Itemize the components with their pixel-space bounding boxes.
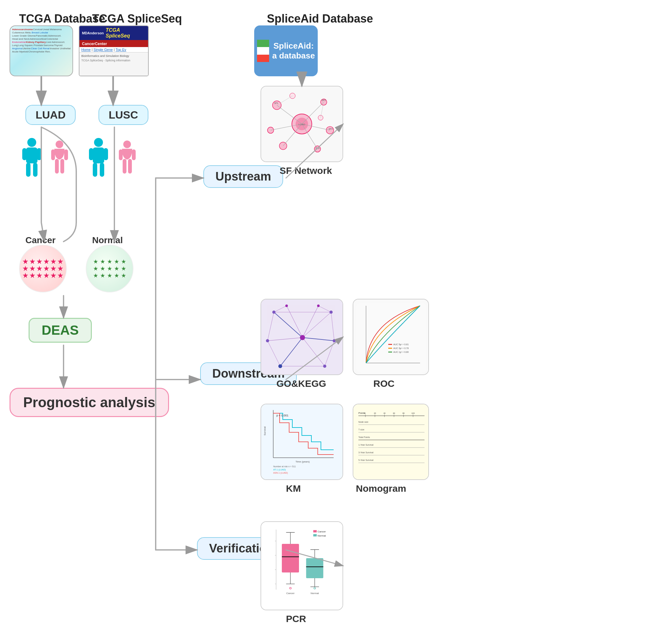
nomogram-label: Nomogram	[356, 483, 406, 494]
svg-rect-4	[26, 163, 31, 177]
svg-rect-83	[388, 351, 392, 352]
svg-text:Cancer: Cancer	[286, 592, 295, 595]
svg-point-30	[267, 127, 274, 133]
svg-point-6	[56, 141, 63, 148]
svg-text:40: 40	[384, 412, 386, 414]
svg-point-11	[94, 138, 103, 147]
svg-rect-13	[89, 148, 93, 160]
svg-text:5-Year Survival: 5-Year Survival	[358, 459, 374, 461]
luad-box: LUAD	[25, 105, 76, 125]
svg-text:Total Points: Total Points	[358, 436, 370, 438]
roc-label: ROC	[373, 378, 395, 389]
svg-text:SF3: SF3	[329, 128, 333, 130]
cancer-label: Cancer	[25, 235, 56, 245]
svg-text:T size: T size	[358, 429, 365, 431]
svg-point-69	[333, 339, 336, 342]
svg-text:AT-1 (LUAD): AT-1 (LUAD)	[273, 469, 286, 471]
tcga-splice-box: MDAnderson TCGA SpliceSeq CancerCenter H…	[79, 25, 149, 76]
go-kegg-box	[261, 299, 343, 375]
luad-male-figure	[19, 137, 44, 178]
svg-text:Survival: Survival	[264, 426, 266, 435]
svg-rect-16	[100, 163, 104, 177]
sf-network-label: SF Network	[280, 165, 332, 176]
prognostic-analysis-box: Prognostic analysis	[10, 388, 169, 417]
svg-rect-129	[282, 544, 299, 572]
svg-text:Number at risk n = 511: Number at risk n = 511	[273, 465, 296, 468]
svg-rect-18	[119, 149, 123, 160]
km-label: KM	[286, 483, 301, 494]
svg-text:SF1: SF1	[274, 102, 278, 104]
svg-rect-121	[267, 527, 336, 601]
svg-rect-81	[388, 348, 392, 349]
svg-text:60: 60	[393, 412, 395, 414]
km-box: p < 0.001 Time (years) Survival Number a…	[261, 404, 343, 480]
svg-point-70	[323, 365, 326, 368]
deas-box: DEAS	[29, 318, 92, 343]
normal-label: Normal	[92, 235, 123, 245]
svg-point-67	[272, 311, 276, 314]
svg-text:SF2: SF2	[322, 99, 326, 102]
spliceaid-text: SpliceAid: a database	[272, 41, 315, 61]
svg-rect-135	[306, 558, 323, 578]
splice-nav-single[interactable]: Single Gene	[93, 48, 113, 52]
svg-point-0	[27, 138, 36, 147]
svg-point-73	[285, 305, 288, 307]
svg-rect-15	[93, 163, 97, 177]
svg-point-68	[330, 311, 333, 314]
svg-text:Time (years): Time (years)	[296, 460, 310, 463]
svg-text:SF4: SF4	[316, 147, 320, 149]
spliceaid-title: SpliceAid Database	[267, 12, 373, 25]
go-kegg-label: GO&KEGG	[276, 378, 326, 389]
svg-point-66	[300, 335, 305, 340]
svg-rect-14	[104, 148, 108, 160]
svg-rect-9	[55, 159, 59, 174]
svg-rect-19	[132, 149, 136, 160]
svg-point-72	[266, 339, 269, 342]
pcr-label: PCR	[286, 614, 306, 624]
upstream-label: Upstream	[203, 165, 283, 188]
svg-text:AUC 1yr = 0.80: AUC 1yr = 0.80	[393, 351, 409, 353]
splice-nav-top[interactable]: Top Ev	[116, 48, 127, 52]
svg-rect-8	[64, 149, 68, 160]
svg-text:LUAD: LUAD	[299, 123, 305, 126]
svg-text:AUC 5yr = 0.81: AUC 5yr = 0.81	[393, 343, 409, 346]
svg-rect-12	[93, 147, 104, 163]
lusc-male-figure	[86, 137, 111, 178]
svg-rect-79	[388, 344, 392, 345]
svg-rect-3	[37, 148, 41, 160]
lusc-female-figure	[117, 140, 137, 175]
luad-female-figure	[49, 140, 70, 175]
svg-text:20: 20	[374, 412, 376, 414]
svg-point-17	[123, 141, 131, 148]
svg-rect-5	[33, 163, 37, 177]
svg-text:100: 100	[411, 412, 415, 414]
svg-text:AUC 3yr = 0.78: AUC 3yr = 0.78	[393, 347, 409, 350]
nomogram-box: Points Node size T size Total Points 1-Y…	[353, 404, 429, 480]
roc-box: AUC 5yr = 0.81 AUC 3yr = 0.78 AUC 1yr = …	[353, 299, 429, 375]
sf-network-box: LUAD SF1 SF2 SF3 SF4	[261, 86, 343, 162]
svg-text:p < 0.001: p < 0.001	[276, 414, 288, 417]
svg-text:Normal: Normal	[318, 534, 326, 537]
pcr-box: Cancer Normal Cancer Normal	[261, 521, 343, 610]
svg-rect-7	[51, 149, 55, 160]
svg-point-74	[317, 305, 320, 307]
svg-text:Node size: Node size	[358, 421, 368, 423]
svg-text:80: 80	[403, 412, 405, 414]
splice-nav-home[interactable]: Home	[81, 48, 91, 52]
svg-rect-10	[60, 159, 64, 174]
spliceaid-flag	[257, 40, 269, 62]
svg-rect-20	[123, 159, 127, 174]
tcga-db-box: Adenocarcinoma Cervical Uveal Melanoma C…	[10, 25, 73, 76]
main-container: TCGA Database TCGA SpliceSeq SpliceAid D…	[0, 0, 672, 637]
svg-text:3-Year Survival: 3-Year Survival	[358, 451, 374, 454]
svg-point-71	[278, 364, 282, 368]
svg-rect-1	[26, 147, 37, 163]
svg-point-32	[318, 115, 323, 120]
svg-text:ASN-1 (LUAD): ASN-1 (LUAD)	[273, 472, 288, 474]
tcga-splice-title: TCGA SpliceSeq	[92, 12, 182, 25]
svg-text:Normal: Normal	[311, 592, 319, 595]
spliceaid-box: SpliceAid: a database	[254, 25, 318, 76]
normal-circle: ★★★ ★★ ★★★ ★★ ★★★ ★★	[86, 245, 133, 292]
svg-rect-143	[313, 534, 317, 536]
cancer-circle	[19, 245, 67, 292]
